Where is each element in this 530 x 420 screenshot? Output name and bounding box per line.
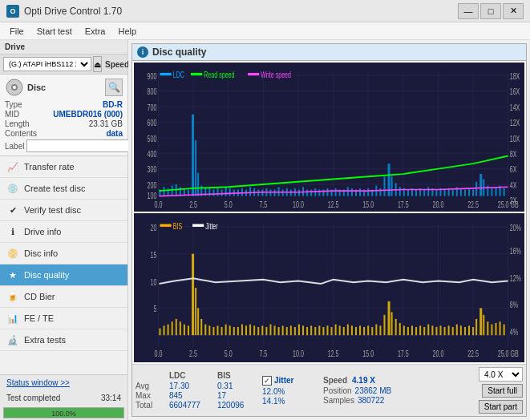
svg-text:22.5: 22.5 [467,348,479,358]
svg-rect-104 [388,164,390,196]
jitter-checkbox[interactable]: ✓ [262,376,272,386]
svg-rect-48 [164,187,165,196]
svg-rect-260 [500,321,501,335]
svg-rect-208 [290,325,292,335]
ldc-chart-svg: 900 800 700 600 500 400 300 200 100 18X … [134,63,524,212]
menu-extra[interactable]: Extra [79,25,112,38]
svg-rect-218 [331,327,333,335]
sidebar-item-transfer-rate[interactable]: 📈 Transfer rate [0,156,127,178]
drive-select[interactable]: (G:) ATAPI iHBS112 2 PL06 [3,57,91,71]
svg-text:25.0 GB: 25.0 GB [498,348,519,358]
stats-row: LDC BIS Avg 17.30 0.31 Max 845 17 [132,364,526,416]
svg-rect-103 [383,176,385,196]
svg-rect-111 [415,190,417,196]
minimize-button[interactable]: — [458,3,479,19]
label-input[interactable] [26,139,133,152]
svg-text:10X: 10X [510,133,520,143]
svg-rect-214 [314,327,316,335]
sidebar-item-fe-te[interactable]: 📊 FE / TE [0,308,127,329]
svg-rect-256 [483,315,484,335]
svg-rect-248 [452,327,454,335]
svg-rect-230 [379,325,381,335]
bis-col-header: BIS [217,371,257,380]
svg-rect-219 [335,325,337,336]
avg-ldc: 17.30 [169,382,209,390]
svg-rect-252 [468,325,470,335]
total-ldc: 6604777 [169,401,209,410]
disc-info-icon-nav: 📀 [6,247,19,260]
svg-rect-70 [249,187,251,196]
svg-rect-88 [322,190,324,196]
start-full-button[interactable]: Start full [482,384,523,398]
svg-text:15.0: 15.0 [362,199,374,209]
mid-label: MID [5,110,19,119]
svg-rect-191 [221,327,223,335]
svg-rect-228 [371,327,373,335]
svg-rect-247 [448,325,450,335]
sidebar-item-verify-test-disc[interactable]: ✔ Verify test disc [0,200,127,221]
extra-tests-label: Extra tests [24,335,66,345]
samples-row: Samples 380722 [323,396,403,405]
disc-quality-label: Disc quality [24,270,69,280]
svg-rect-185 [197,308,199,335]
disc-mid-row: MID UMEBDR016 (000) [5,110,123,119]
disc-quality-icon: ★ [6,269,19,281]
svg-rect-203 [269,325,271,336]
status-text: Test completed [3,392,63,404]
status-window-button[interactable]: Status window >> [0,375,127,390]
sidebar-item-extra-tests[interactable]: 🔬 Extra tests [0,329,127,351]
svg-rect-237 [407,327,409,335]
contents-value: data [106,129,123,138]
svg-rect-130 [491,188,492,196]
svg-rect-212 [306,327,308,335]
svg-rect-182 [188,325,189,335]
svg-text:18X: 18X [510,71,520,81]
extra-tests-icon: 🔬 [6,333,19,346]
svg-rect-105 [391,176,393,196]
svg-rect-222 [347,325,349,336]
svg-rect-124 [468,188,470,196]
ldc-bis-stats: LDC BIS Avg 17.30 0.31 Max 845 17 [136,371,257,410]
svg-rect-209 [294,327,296,335]
maximize-button[interactable]: □ [480,3,501,19]
disc-info-icon[interactable]: 🔍 [105,79,123,96]
sidebar-item-create-test-disc[interactable]: 💿 Create test disc [0,178,127,200]
svg-rect-226 [363,327,365,335]
status-time: 33:14 [98,392,124,404]
sidebar-item-disc-quality[interactable]: ★ Disc quality [0,265,127,286]
svg-text:15.0: 15.0 [362,348,374,358]
menu-help[interactable]: Help [111,25,143,38]
menu-file[interactable]: File [3,25,30,38]
sidebar-item-drive-info[interactable]: ℹ Drive info [0,221,127,243]
svg-text:7.5: 7.5 [259,348,267,358]
close-button[interactable]: ✕ [503,3,524,19]
svg-rect-200 [257,327,259,335]
svg-rect-99 [367,188,369,196]
disc-section-title: Disc [27,83,46,92]
drive-info-label: Drive info [24,227,61,236]
svg-rect-180 [180,321,181,335]
svg-rect-258 [491,325,492,336]
svg-rect-97 [359,188,361,196]
start-part-button[interactable]: Start part [479,400,523,414]
svg-rect-223 [351,325,353,335]
svg-rect-194 [233,327,235,335]
eject-button[interactable]: ⏏ [93,56,102,72]
verify-test-disc-icon: ✔ [6,204,19,216]
svg-rect-257 [487,321,488,335]
svg-rect-95 [351,188,353,196]
avg-bis: 0.31 [217,382,257,390]
sidebar-item-disc-info[interactable]: 📀 Disc info [0,243,127,265]
result-speed-select[interactable]: 4.0 X [479,367,523,382]
svg-rect-242 [427,325,429,336]
svg-text:LDC: LDC [173,70,184,80]
sidebar-item-cd-bier[interactable]: 🍺 CD Bier [0,286,127,308]
svg-rect-238 [411,325,413,335]
svg-rect-246 [444,327,446,335]
svg-text:10: 10 [151,277,157,287]
main-layout: Drive (G:) ATAPI iHBS112 2 PL06 ⏏ Speed … [0,40,530,420]
svg-text:Jitter: Jitter [205,220,218,231]
svg-text:5.0: 5.0 [225,348,233,358]
svg-rect-244 [435,327,437,335]
menu-start-test[interactable]: Start test [30,25,79,38]
